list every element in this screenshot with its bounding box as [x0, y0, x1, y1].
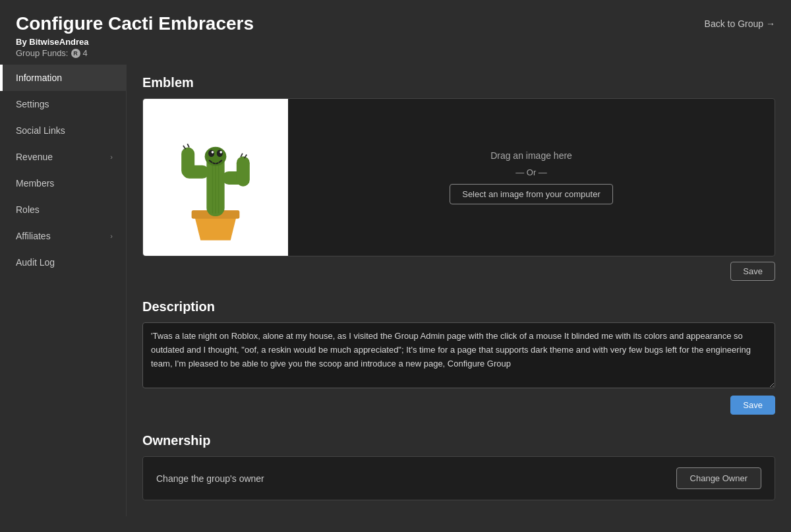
sidebar-item-members[interactable]: Members: [0, 170, 126, 196]
funds-amount: 4: [83, 48, 88, 58]
sidebar-item-label: Audit Log: [16, 257, 55, 268]
ownership-description: Change the group's owner: [156, 473, 264, 484]
emblem-box: Drag an image here — Or — Select an imag…: [142, 98, 775, 256]
description-textarea[interactable]: 'Twas a late night on Roblox, alone at m…: [142, 322, 775, 388]
svg-point-14: [212, 151, 214, 154]
select-image-button[interactable]: Select an image from your computer: [450, 184, 613, 204]
svg-point-12: [208, 150, 214, 157]
svg-point-13: [217, 150, 223, 157]
sidebar-item-label: Affiliates: [16, 231, 51, 241]
description-section-title: Description: [142, 299, 775, 314]
sidebar-item-audit-log[interactable]: Audit Log: [0, 249, 126, 276]
change-owner-button[interactable]: Change Owner: [676, 467, 761, 489]
sidebar-item-label: Revenue: [16, 152, 53, 162]
by-label: By: [16, 37, 27, 47]
robux-icon: R: [71, 49, 80, 58]
ownership-box: Change the group's owner Change Owner: [142, 456, 775, 500]
emblem-upload-area: Drag an image here — Or — Select an imag…: [288, 99, 775, 256]
ownership-section-title: Ownership: [142, 433, 775, 448]
chevron-right-icon: ›: [110, 153, 113, 161]
author-name: BitwiseAndrea: [29, 37, 88, 47]
emblem-save-row: Save: [142, 262, 775, 281]
sidebar-item-label: Members: [16, 178, 54, 189]
sidebar-item-information[interactable]: Information: [0, 65, 126, 91]
svg-marker-0: [194, 216, 237, 240]
main-content: Emblem: [127, 65, 791, 516]
emblem-section-title: Emblem: [142, 75, 775, 90]
sidebar-item-settings[interactable]: Settings: [0, 91, 126, 117]
chevron-right-icon: ›: [110, 232, 113, 240]
svg-rect-6: [237, 156, 250, 186]
drag-text: Drag an image here: [490, 150, 572, 161]
description-save-button[interactable]: Save: [730, 396, 775, 415]
sidebar-item-label: Social Links: [16, 125, 65, 136]
sidebar-item-roles[interactable]: Roles: [0, 196, 126, 223]
sidebar-item-label: Settings: [16, 99, 49, 109]
back-to-group-link[interactable]: Back to Group →: [705, 18, 775, 29]
cactus-image: [156, 111, 275, 243]
header-funds: Group Funds: R 4: [16, 48, 775, 58]
description-save-row: Save: [142, 396, 775, 415]
sidebar-item-label: Information: [16, 73, 62, 83]
sidebar-item-revenue[interactable]: Revenue ›: [0, 144, 126, 170]
funds-label: Group Funds:: [16, 48, 69, 58]
sidebar-item-affiliates[interactable]: Affiliates ›: [0, 223, 126, 249]
sidebar: Information Settings Social Links Revenu…: [0, 65, 127, 516]
header-author: By BitwiseAndrea: [16, 37, 775, 47]
svg-line-8: [187, 144, 189, 147]
sidebar-item-label: Roles: [16, 204, 40, 215]
main-layout: Information Settings Social Links Revenu…: [0, 65, 791, 516]
emblem-image-area: [143, 99, 288, 256]
svg-rect-4: [181, 148, 194, 177]
page-title: Configure Cacti Embracers: [16, 13, 775, 34]
emblem-save-button[interactable]: Save: [730, 262, 775, 281]
or-divider: — Or —: [515, 167, 547, 177]
sidebar-item-social-links[interactable]: Social Links: [0, 117, 126, 144]
page-header: Configure Cacti Embracers By BitwiseAndr…: [0, 0, 791, 65]
svg-point-15: [220, 151, 222, 154]
